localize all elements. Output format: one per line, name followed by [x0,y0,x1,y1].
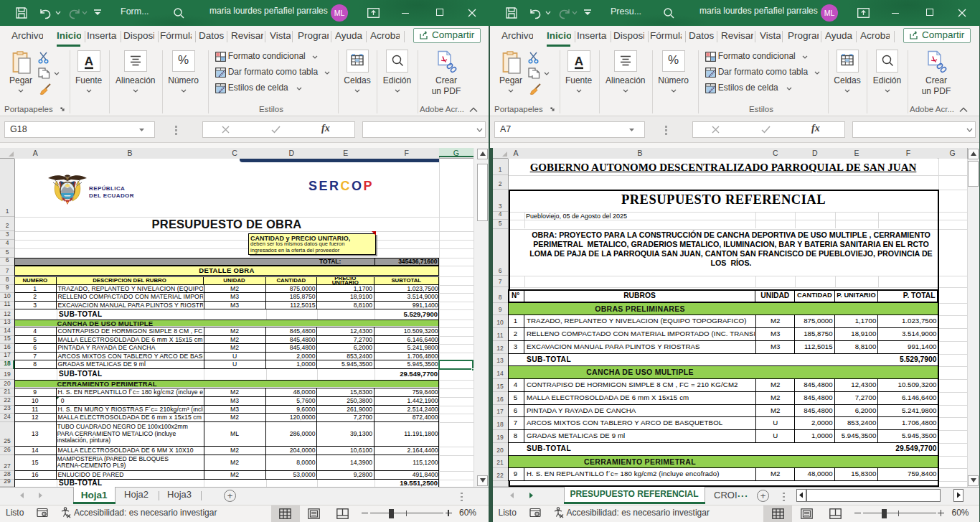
svg-text:A: A [574,55,583,68]
svg-text:A: A [84,55,93,68]
